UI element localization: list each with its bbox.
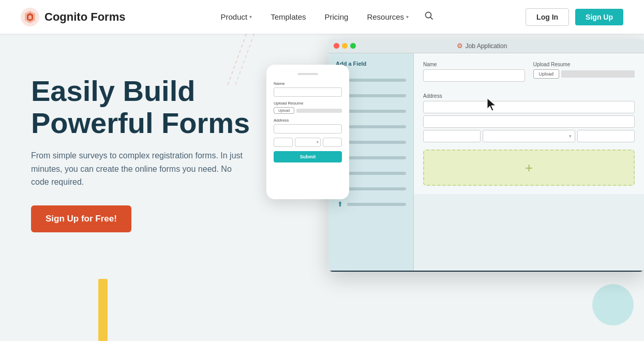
field-line-9 [347, 203, 406, 206]
minimize-dot [342, 43, 348, 49]
canvas-address-group: Address ▾ [423, 93, 635, 142]
canvas-add-field-btn[interactable]: + [423, 150, 635, 186]
form-canvas: Name Upload Resume Upload [414, 53, 644, 194]
canvas-name-label: Name [423, 62, 525, 67]
gear-icon: ⚙ [457, 42, 463, 50]
phone-name-label: Name [274, 81, 342, 86]
nav-pricing[interactable]: Pricing [318, 8, 356, 25]
logo-icon [21, 8, 39, 26]
canvas-address-input2[interactable] [423, 115, 635, 128]
canvas-top-row: Name Upload Resume Upload [423, 62, 635, 86]
phone-upload-label: Upload Resume [274, 101, 342, 106]
field-line-8 [347, 187, 406, 190]
desktop-body: Add a Field A ☰ 📅 🏷 [328, 53, 644, 271]
phone-upload-bar [296, 109, 342, 113]
canvas-address-input1[interactable] [423, 101, 635, 113]
field-line-6 [347, 156, 406, 159]
form-preview-container: Name Upload Resume Upload Address ▾ Subm… [266, 34, 644, 341]
phone-address-input1 [274, 124, 342, 134]
phone-submit-btn[interactable]: Submit [274, 151, 342, 162]
canvas-name-input[interactable] [423, 69, 525, 82]
canvas-address-label: Address [423, 93, 635, 99]
nav-actions: Log In Sign Up [526, 8, 623, 26]
hero-section: Easily Build Powerful Forms From simple … [0, 34, 644, 341]
nav-templates[interactable]: Templates [263, 8, 313, 25]
svg-line-2 [430, 17, 432, 19]
canvas-city-input[interactable] [423, 130, 481, 142]
hero-text: Easily Build Powerful Forms From simple … [31, 65, 279, 232]
nav-product[interactable]: Product ▾ [213, 8, 259, 25]
nav-links: Product ▾ Templates Pricing Resources ▾ [213, 7, 438, 27]
desktop-bottombar: Preview Save [328, 271, 644, 272]
phone-mock: Name Upload Resume Upload Address ▾ Subm… [266, 65, 349, 199]
yellow-bar-deco [98, 279, 108, 341]
upload-field-icon: ⬆ [336, 200, 344, 209]
teal-circle-deco [592, 284, 634, 325]
canvas-upload-field: Upload Resume Upload [533, 62, 635, 86]
canvas-upload-row: Upload [533, 69, 635, 79]
canvas-upload-btn[interactable]: Upload [533, 69, 560, 79]
desktop-mock: ⚙ Job Application Add a Field A ☰ [328, 39, 644, 272]
phone-upload-btn[interactable]: Upload [274, 107, 294, 114]
titlebar-controls [334, 43, 356, 49]
maximize-dot [350, 43, 356, 49]
field-item-upload[interactable]: ⬆ [333, 197, 409, 212]
login-button[interactable]: Log In [526, 8, 569, 26]
phone-name-input [274, 87, 342, 97]
product-chevron-icon: ▾ [249, 14, 252, 20]
canvas-state-select[interactable]: ▾ [483, 130, 575, 142]
phone-upload-row: Upload [274, 107, 342, 114]
phone-zip-input [323, 138, 342, 147]
field-line-3 [347, 110, 406, 113]
logo[interactable]: Cognito Forms [21, 8, 125, 26]
signup-button[interactable]: Sign Up [575, 9, 623, 25]
phone-address-row: ▾ [274, 138, 342, 147]
close-dot [334, 43, 339, 49]
canvas-upload-label: Upload Resume [533, 62, 635, 67]
cta-button[interactable]: Sign Up for Free! [31, 205, 131, 232]
resources-chevron-icon: ▾ [406, 14, 409, 20]
logo-text: Cognito Forms [44, 10, 125, 24]
canvas-address-bottom-row: ▾ [423, 130, 635, 142]
hero-title: Easily Build Powerful Forms [31, 75, 279, 139]
hero-subtitle: From simple surveys to complex registrat… [31, 149, 248, 189]
field-line-4 [347, 125, 406, 128]
canvas-name-field: Name [423, 62, 525, 86]
canvas-upload-progress [561, 70, 635, 78]
phone-state-select[interactable]: ▾ [295, 138, 321, 147]
field-line-1 [347, 79, 406, 82]
search-button[interactable] [420, 7, 438, 27]
nav-resources[interactable]: Resources ▾ [360, 8, 416, 25]
field-line-2 [347, 94, 406, 97]
phone-address-label: Address [274, 118, 342, 123]
phone-city-input [274, 138, 293, 147]
titlebar: ⚙ Job Application [328, 39, 644, 53]
navbar: Cognito Forms Product ▾ Templates Pricin… [0, 0, 644, 34]
field-line-7 [347, 172, 406, 175]
canvas-zip-input[interactable] [577, 130, 635, 142]
select-chevron-icon: ▾ [569, 134, 572, 139]
titlebar-title: ⚙ Job Application [457, 42, 507, 50]
phone-top-bar [297, 73, 318, 75]
field-line-5 [347, 141, 406, 144]
